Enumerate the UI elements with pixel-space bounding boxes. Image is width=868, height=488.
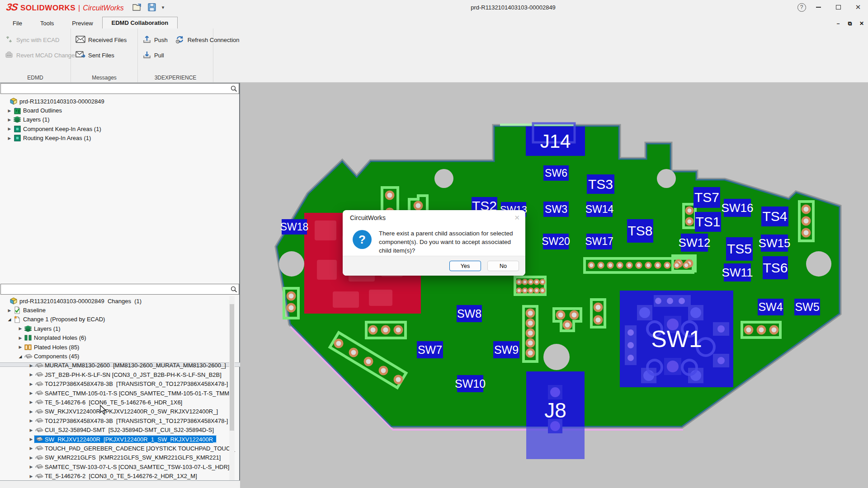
pcb-viewport[interactable]: J14SW6TS3TS2SW13SW3SW14SW18TS7SW16TS4TS1…: [240, 83, 868, 488]
tree-item-samtec_tmm-105-01-t-s[interactable]: ▶SAMTEC_TMM-105-01-T-S [CON5_SAMTEC_TMM-…: [0, 389, 235, 398]
chevron-collapsed-icon[interactable]: ▶: [28, 400, 34, 404]
component-label-SW10[interactable]: SW10: [457, 375, 483, 392]
chevron-collapsed-icon[interactable]: ▶: [6, 127, 13, 131]
doc-minimize-button[interactable]: –: [835, 20, 842, 27]
tree-item-baseline[interactable]: ▶Baseline: [0, 305, 235, 314]
tree-item-sw_rkjxv122400r[interactable]: ▶SW_RKJXV122400R [PKJXV122400R_1_SW_RKJX…: [0, 435, 235, 444]
tree-item-prd-r1132101403103-00002849[interactable]: prd-R1132101403103-00002849: [0, 97, 235, 106]
help-icon[interactable]: ?: [795, 0, 808, 14]
tree-item-te_5-146276-2[interactable]: ▶TE_5-146276-2 [CON3_0_TE_5-146276-2_HDR…: [0, 471, 235, 480]
no-button[interactable]: No: [487, 261, 519, 271]
chevron-collapsed-icon[interactable]: ▶: [28, 455, 34, 460]
minimize-button[interactable]: [808, 0, 828, 14]
component-label-TS4[interactable]: TS4: [761, 206, 788, 226]
component-label-SW16[interactable]: SW16: [724, 199, 751, 217]
chevron-collapsed-icon[interactable]: ▶: [28, 363, 34, 368]
component-label-SW11[interactable]: SW11: [724, 263, 751, 282]
chevron-collapsed-icon[interactable]: ▶: [17, 336, 24, 340]
chevron-collapsed-icon[interactable]: ▶: [28, 428, 34, 432]
push-button[interactable]: Push: [142, 34, 168, 46]
component-label-J14[interactable]: J14: [526, 127, 585, 156]
component-label-SW15[interactable]: SW15: [761, 235, 788, 252]
chevron-collapsed-icon[interactable]: ▶: [6, 117, 13, 122]
chevron-collapsed-icon[interactable]: ▶: [6, 108, 13, 113]
maximize-button[interactable]: [828, 0, 848, 14]
doc-restore-button[interactable]: ⧉: [846, 20, 854, 27]
close-button[interactable]: ✕: [848, 0, 868, 14]
tab-edmd-collaboration[interactable]: EDMD Collaboration: [102, 17, 178, 28]
dialog-close-icon[interactable]: ✕: [514, 214, 520, 222]
tree-item-routing[interactable]: ▶Routing Keep-In Areas (1): [0, 134, 235, 143]
component-label-SW1[interactable]: SW1: [620, 291, 733, 387]
chevron-collapsed-icon[interactable]: ▶: [28, 437, 34, 441]
component-label-TS1[interactable]: TS1: [695, 212, 721, 232]
search-icon[interactable]: [229, 286, 239, 293]
sent-files-button[interactable]: Sent Files: [75, 49, 114, 61]
toolbar-options-chevron-icon[interactable]: ▾: [162, 5, 164, 10]
chevron-collapsed-icon[interactable]: ▶: [28, 446, 34, 450]
tree-item-jst_b2b-ph-k-s-lf-sn[interactable]: ▶JST_B2B-PH-K-S-LF-SN [CON3_0_JST_B2B-PH…: [0, 370, 235, 379]
chevron-expanded-icon[interactable]: ◢: [17, 354, 24, 359]
chevron-collapsed-icon[interactable]: ▶: [28, 391, 34, 395]
tree-item-cui_sj2-35894d-smt[interactable]: ▶CUI_SJ2-35894D-SMT [SJ2-35894D-SMT_CUI_…: [0, 425, 235, 434]
tree-item-samtec_tsw-103-07-l-s[interactable]: ▶SAMTEC_TSW-103-07-L-S [CON3_SAMTEC_TSW-…: [0, 462, 235, 471]
tree-item-sw_rkjxv122400r[interactable]: ▶SW_RKJXV122400R [PKJXV122400R_0_SW_RKJX…: [0, 407, 235, 416]
component-label-TS8[interactable]: TS8: [627, 219, 653, 243]
chevron-collapsed-icon[interactable]: ▶: [28, 474, 34, 479]
component-label-SW4[interactable]: SW4: [758, 299, 783, 315]
component-label-SW17[interactable]: SW17: [586, 234, 612, 249]
component-label-SW12[interactable]: SW12: [681, 234, 708, 252]
changes-tree-search-input[interactable]: [1, 285, 229, 294]
open-file-icon[interactable]: [132, 3, 142, 12]
pull-button[interactable]: Pull: [142, 49, 164, 61]
tree-item-change[interactable]: ◢Change 1 (Proposed by ECAD): [0, 315, 235, 324]
chevron-collapsed-icon[interactable]: ▶: [28, 409, 34, 414]
component-label-TS6[interactable]: TS6: [763, 256, 788, 279]
scrollbar-thumb[interactable]: [230, 304, 234, 431]
tree-item-layers[interactable]: ▶Layers (1): [0, 324, 235, 333]
chevron-collapsed-icon[interactable]: ▶: [6, 136, 13, 141]
component-label-SW18[interactable]: SW18: [282, 219, 307, 235]
component-label-J8[interactable]: J8: [526, 394, 585, 426]
save-icon[interactable]: [147, 3, 156, 12]
chevron-collapsed-icon[interactable]: ▶: [28, 372, 34, 377]
chevron-collapsed-icon[interactable]: ▶: [28, 382, 34, 386]
chevron-collapsed-icon[interactable]: ▶: [17, 345, 24, 349]
component-label-SW7[interactable]: SW7: [417, 341, 443, 358]
tree-item-to127p386x458x478-3b[interactable]: ▶TO127P386X458X478-3B [TRANSISTOR_1_TO12…: [0, 416, 235, 425]
tab-preview[interactable]: Preview: [63, 18, 102, 28]
tree-item-component[interactable]: ▶Component Keep-In Areas (1): [0, 124, 235, 133]
changes-tree-scrollbar[interactable]: [229, 296, 235, 480]
search-icon[interactable]: [229, 85, 239, 92]
feature-tree-search-input[interactable]: [1, 84, 229, 93]
tree-item-board[interactable]: ▶Board Outlines: [0, 106, 235, 115]
tree-item-components[interactable]: ◢Components (45): [0, 352, 235, 361]
yes-button[interactable]: Yes: [449, 261, 481, 271]
tree-item-murata_mm8130-2600[interactable]: ▶MURATA_MM8130-2600 [MM8130-2600_MURATA_…: [0, 361, 235, 370]
tree-item-to127p386x458x478-3b[interactable]: ▶TO127P386X458X478-3B [TRANSISTOR_0_TO12…: [0, 380, 235, 389]
component-label-SW20[interactable]: SW20: [543, 234, 569, 249]
tree-item-nonplated[interactable]: ▶Nonplated Holes (6): [0, 333, 235, 343]
component-label-SW5[interactable]: SW5: [794, 299, 820, 315]
chevron-collapsed-icon[interactable]: ▶: [6, 308, 13, 313]
component-label-SW9[interactable]: SW9: [493, 341, 519, 358]
tab-tools[interactable]: Tools: [31, 18, 63, 28]
tree-item-plated[interactable]: ▶Plated Holes (85): [0, 343, 235, 352]
tree-item-touch_pad_gereber_cadence[interactable]: ▶TOUCH_PAD_GEREBER_CADENCE [JOYSTICK TOU…: [0, 444, 235, 453]
doc-close-button[interactable]: ✕: [858, 20, 865, 27]
component-label-TS3[interactable]: TS3: [587, 174, 614, 194]
tree-item-prd-r1132101403103-00002849[interactable]: prd-R1132101403103-00002849 Changes (1): [0, 296, 235, 305]
received-files-button[interactable]: Received Files: [75, 34, 127, 46]
component-label-SW6[interactable]: SW6: [543, 165, 569, 181]
chevron-expanded-icon[interactable]: ◢: [6, 317, 13, 322]
tab-file[interactable]: File: [4, 18, 31, 28]
tree-item-layers[interactable]: ▶Layers (1): [0, 115, 235, 124]
chevron-collapsed-icon[interactable]: ▶: [17, 326, 24, 331]
component-label-SW14[interactable]: SW14: [586, 202, 613, 217]
refresh-connection-button[interactable]: Refresh Connection: [175, 34, 240, 46]
tree-item-sw_kmr221glfs[interactable]: ▶SW_KMR221GLFS [KMR221GLFS_SW_KMR221GLFS…: [0, 453, 235, 462]
chevron-collapsed-icon[interactable]: ▶: [28, 465, 34, 469]
component-label-SW3[interactable]: SW3: [543, 202, 569, 217]
component-label-TS7[interactable]: TS7: [693, 187, 720, 208]
component-label-SW8[interactable]: SW8: [457, 305, 482, 322]
